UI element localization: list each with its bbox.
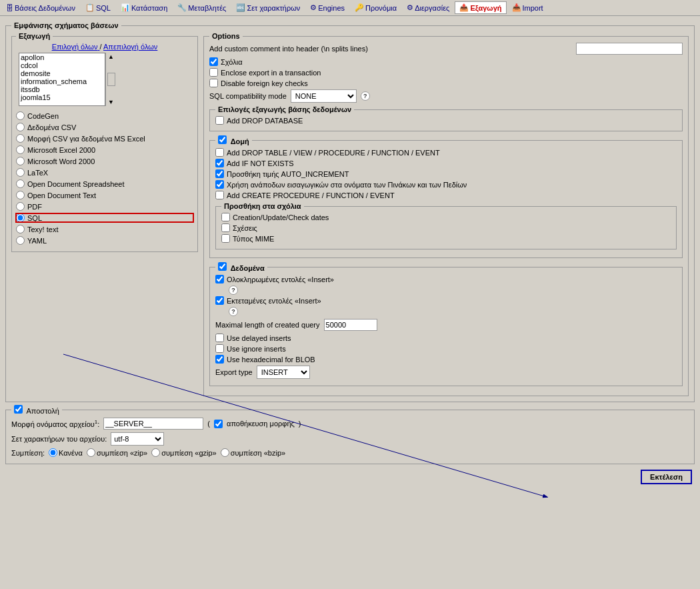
add-if-not-exists-checkbox[interactable] [215, 159, 224, 167]
charset-row: Σετ χαρακτήρων του αρχείου: utf-8 utf-16… [11, 432, 689, 446]
select-deselect-row: Επιλογή όλων / Απεπιλογή όλων [16, 43, 193, 51]
mime-type-row: Τύπος MIME [221, 234, 671, 243]
sql-icon: 📋 [85, 3, 95, 12]
nav-sql[interactable]: 📋 SQL [81, 1, 115, 14]
export-db-options-fieldset: Επιλογές εξαγωγής βάσης δεδομένων Add DR… [209, 105, 683, 131]
fkc-checkbox[interactable] [209, 79, 218, 87]
custom-comment-input[interactable] [576, 43, 683, 55]
add-auto-increment-checkbox[interactable] [215, 169, 224, 178]
radio-csv-excel[interactable]: Μορφή CSV για δεδομένα MS Excel [16, 134, 193, 143]
list-item[interactable]: apollon [19, 53, 105, 61]
add-to-comments-fieldset: Προσθήκη στα σχόλια Creation/Update/Chec… [215, 202, 677, 249]
list-item[interactable]: itssdb [19, 85, 105, 93]
export-type-select[interactable]: INSERT UPDATE REPLACE [257, 366, 310, 379]
db-listbox-items[interactable]: apollon cdcol demosite information_schem… [19, 53, 105, 105]
nav-variables[interactable]: 🔧 Μεταβλητές [173, 1, 231, 14]
data-legend-checkbox[interactable] [218, 262, 227, 271]
send-fieldset: Αποστολή Μορφή ονόματος αρχείου1: ( αποθ… [5, 405, 695, 464]
charset-select[interactable]: utf-8 utf-16 latin1 ascii [111, 432, 164, 446]
top-nav: 🗄 Βάσεις Δεδομένων 📋 SQL 📊 Κατάσταση 🔧 Μ… [0, 0, 700, 16]
save-format-checkbox[interactable] [214, 420, 223, 428]
deselect-all-link[interactable]: Απεπιλογή όλων [103, 43, 157, 51]
charset-label: Σετ χαρακτήρων του αρχείου: [11, 435, 107, 443]
db-icon: 🗄 [6, 4, 13, 12]
creation-dates-checkbox[interactable] [221, 213, 230, 221]
radio-sql[interactable]: SQL [16, 213, 193, 222]
list-item[interactable]: demosite [19, 69, 105, 77]
radio-word2000[interactable]: Microsoft Word 2000 [16, 157, 193, 165]
scroll-down-btn[interactable]: ▼ [108, 99, 114, 105]
extended-inserts-checkbox[interactable] [215, 296, 224, 305]
delayed-inserts-label: Use delayed inserts [227, 334, 291, 342]
sql-compat-select[interactable]: NONE ANSI DB2 MAXDB MYSQL323 MYSQL40 MSS… [291, 89, 357, 103]
export-type-row: Export type INSERT UPDATE REPLACE [215, 366, 677, 379]
custom-comment-row: Add custom comment into header (\n split… [209, 43, 683, 55]
delayed-inserts-checkbox[interactable] [215, 334, 224, 342]
add-drop-table-checkbox[interactable] [215, 148, 224, 157]
radio-codegen[interactable]: CodeGen [16, 111, 193, 120]
format-radio-group: CodeGen Δεδομένα CSV Μορφή CSV για δεδομ… [16, 110, 193, 246]
relations-checkbox[interactable] [221, 223, 230, 232]
compress-bzip[interactable]: συμπίεση «bzip» [221, 448, 285, 457]
hex-blob-checkbox[interactable] [215, 355, 224, 364]
list-item[interactable]: information_schema [19, 77, 105, 85]
send-legend-checkbox[interactable] [14, 405, 23, 414]
check-comments-row: Σχόλια [209, 57, 683, 66]
nav-export[interactable]: 📤 Εξαγωγή [455, 1, 506, 14]
sql-compat-label: SQL compatibility mode [209, 92, 287, 100]
hex-blob-label: Use hexadecimal for BLOB [227, 356, 315, 364]
radio-csv[interactable]: Δεδομένα CSV [16, 123, 193, 131]
comments-label: Σχόλια [221, 58, 243, 66]
transaction-checkbox[interactable] [209, 68, 218, 77]
list-item[interactable]: cdcol [19, 61, 105, 69]
ignore-inserts-label: Use ignore inserts [227, 345, 286, 353]
list-item[interactable]: joomla15 [19, 93, 105, 101]
radio-excel2000[interactable]: Microsoft Excel 2000 [16, 145, 193, 154]
complete-inserts-help-icon[interactable]: ? [229, 285, 238, 295]
nav-import[interactable]: 📥 Import [507, 1, 548, 14]
radio-yaml[interactable]: YAML [16, 236, 193, 245]
compress-label: Συμπίεση: [11, 449, 45, 457]
use-backticks-checkbox[interactable] [215, 180, 224, 189]
nav-engines[interactable]: ⚙ Engines [305, 1, 349, 14]
compress-none[interactable]: Κανένα [49, 448, 83, 457]
nav-databases[interactable]: 🗄 Βάσεις Δεδομένων [1, 1, 80, 14]
custom-comment-label: Add custom comment into header (\n split… [209, 45, 572, 53]
outer-fieldset: Εμφάνισης σχήματος βάσεων Εξαγωγή Επιλογ… [5, 21, 695, 402]
priv-icon: 🔑 [355, 3, 364, 12]
extended-inserts-help-icon[interactable]: ? [229, 307, 238, 316]
complete-inserts-checkbox[interactable] [215, 275, 224, 283]
app-container: 🗄 Βάσεις Δεδομένων 📋 SQL 📊 Κατάσταση 🔧 Μ… [0, 0, 700, 490]
radio-ods[interactable]: Open Document Spreadsheet [16, 179, 193, 188]
add-drop-db-checkbox[interactable] [215, 116, 224, 125]
db-listbox-wrapper: apollon cdcol demosite information_schem… [19, 53, 193, 106]
nav-processes[interactable]: ⚙ Διεργασίες [402, 1, 454, 14]
options-legend: Options [209, 32, 243, 40]
add-to-comments-legend: Προσθήκη στα σχόλια [221, 202, 304, 210]
select-all-link[interactable]: Επιλογή όλων [52, 43, 100, 51]
structure-legend-checkbox[interactable] [218, 135, 227, 144]
scroll-thumb [107, 73, 115, 86]
nav-status[interactable]: 📊 Κατάσταση [116, 1, 172, 14]
db-listbox[interactable]: apollon cdcol demosite information_schem… [19, 53, 105, 106]
listbox-scrollbar[interactable]: ▲ ▼ [105, 53, 116, 106]
nav-charset[interactable]: 🔤 Σετ χαρακτήρων [231, 1, 305, 14]
engines-icon: ⚙ [310, 3, 317, 12]
mime-type-checkbox[interactable] [221, 234, 230, 243]
nav-privileges[interactable]: 🔑 Προνόμια [350, 1, 401, 14]
radio-odt[interactable]: Open Document Text [16, 191, 193, 199]
execute-button[interactable]: Εκτέλεση [641, 470, 692, 484]
export-type-label: Export type [215, 368, 253, 376]
sql-compat-help-icon[interactable]: ? [361, 91, 370, 101]
radio-texy[interactable]: Texy! text [16, 225, 193, 233]
ignore-inserts-checkbox[interactable] [215, 344, 224, 353]
add-create-proc-checkbox[interactable] [215, 191, 224, 199]
max-query-input[interactable] [324, 319, 377, 331]
radio-pdf[interactable]: PDF [16, 202, 193, 211]
scroll-up-btn[interactable]: ▲ [108, 53, 114, 60]
filename-input[interactable] [103, 418, 203, 430]
comments-checkbox[interactable] [209, 57, 218, 66]
compress-gzip[interactable]: συμπίεση «gzip» [151, 448, 216, 457]
radio-latex[interactable]: LaTeX [16, 168, 193, 177]
compress-zip[interactable]: συμπίεση «zip» [87, 448, 147, 457]
